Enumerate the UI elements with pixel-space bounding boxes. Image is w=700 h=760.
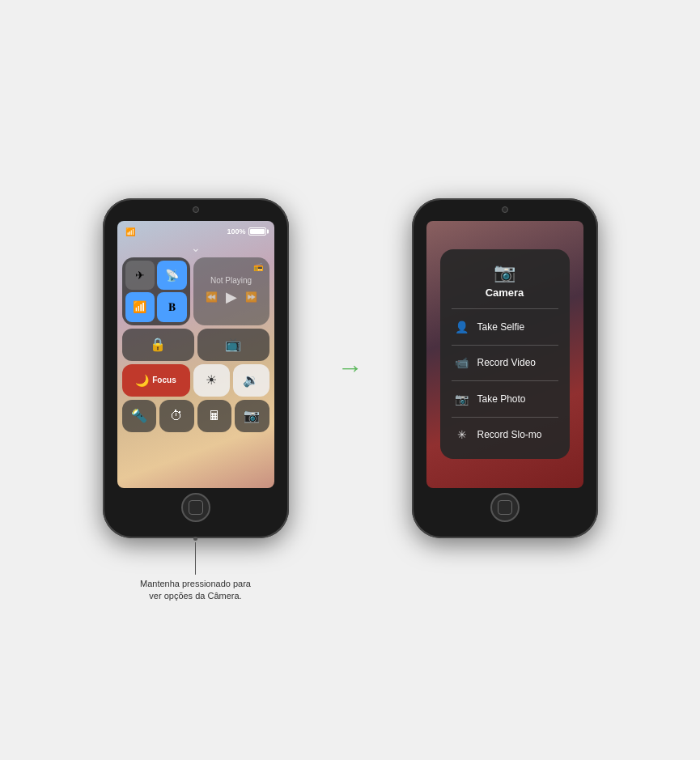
take-selfie-item[interactable]: 👤 Take Selfie — [452, 316, 558, 338]
callout-line — [195, 542, 196, 575]
play-button[interactable]: ▶ — [226, 288, 237, 306]
right-device-screen: 📷 Camera 👤 Take Selfie 📹 Record Video — [426, 221, 583, 488]
airplay-icon[interactable]: 📻 — [253, 262, 263, 271]
screen-rotation-button[interactable]: 🔒 — [122, 329, 194, 361]
selfie-icon: 👤 — [455, 321, 469, 333]
selfie-label: Take Selfie — [477, 321, 525, 333]
battery-area: 100% — [227, 227, 265, 236]
battery-icon — [248, 227, 266, 236]
right-home-inner — [498, 500, 512, 515]
screen-mirror-button[interactable]: 📺 — [197, 329, 269, 361]
airplane-mode-button[interactable]: ✈ — [125, 261, 155, 291]
main-container: 📶 100% ⌄ ✈ — [103, 198, 598, 538]
volume-button[interactable]: 🔉 — [233, 364, 269, 397]
take-photo-item[interactable]: 📷 Take Photo — [452, 388, 558, 410]
bluetooth-button[interactable]: 𝐁 — [157, 292, 187, 322]
camera-button[interactable]: 📷 — [235, 400, 269, 432]
left-device: 📶 100% ⌄ ✈ — [103, 198, 289, 538]
timer-button[interactable]: ⏱ — [159, 400, 194, 432]
camera-menu-title: Camera — [486, 287, 524, 299]
callout-text: Mantenha pressionado paraver opções da C… — [140, 578, 251, 603]
record-video-label: Record Video — [477, 357, 537, 368]
camera-menu-header: 📷 Camera — [486, 262, 524, 299]
airdrop-button[interactable]: 📡 — [157, 261, 187, 291]
control-center-grid: ✈ 📡 📶 𝐁 📻 Not Playing ⏪ ▶ — [122, 257, 269, 483]
left-front-camera — [193, 206, 199, 213]
record-slomo-item[interactable]: ✳ Record Slo-mo — [452, 423, 558, 446]
cc-row-4: 🔦 ⏱ 🖩 📷 — [122, 400, 269, 432]
record-video-icon: 📹 — [455, 356, 469, 369]
take-photo-icon: 📷 — [455, 393, 469, 405]
playback-controls: ⏪ ▶ ⏩ — [206, 288, 257, 306]
fast-forward-button[interactable]: ⏩ — [245, 291, 257, 303]
battery-percentage: 100% — [227, 227, 245, 236]
brightness-button[interactable]: ☀ — [193, 364, 230, 397]
connectivity-block: ✈ 📡 📶 𝐁 — [122, 257, 190, 325]
menu-divider-top — [452, 308, 558, 309]
calculator-button[interactable]: 🖩 — [197, 400, 232, 432]
left-home-button[interactable] — [181, 493, 210, 522]
right-front-camera — [502, 206, 508, 213]
focus-moon-icon: 🌙 — [135, 374, 149, 387]
slomo-icon: ✳ — [455, 428, 469, 441]
arrow-right-icon: → — [337, 353, 363, 383]
now-playing-title: Not Playing — [210, 276, 252, 285]
wifi-status-icon: 📶 — [125, 227, 135, 236]
right-device: 📷 Camera 👤 Take Selfie 📹 Record Video — [412, 198, 598, 538]
wifi-button[interactable]: 📶 — [125, 292, 155, 322]
focus-button[interactable]: 🌙 Focus — [122, 364, 190, 397]
left-device-top — [103, 198, 289, 221]
now-playing-block[interactable]: 📻 Not Playing ⏪ ▶ ⏩ — [193, 257, 269, 325]
battery-fill — [250, 229, 265, 234]
callout-container: Mantenha pressionado paraver opções da C… — [115, 537, 277, 603]
cc-row-3: 🌙 Focus ☀ 🔉 — [122, 364, 269, 397]
rewind-button[interactable]: ⏪ — [206, 291, 218, 303]
control-center-background: 📶 100% ⌄ ✈ — [117, 221, 274, 488]
slomo-label: Record Slo-mo — [477, 429, 542, 440]
left-home-inner — [189, 500, 203, 515]
camera-menu-main-icon: 📷 — [494, 262, 515, 283]
arrow-container: → — [337, 353, 363, 383]
callout-dot — [193, 537, 197, 541]
camera-menu-panel: 📷 Camera 👤 Take Selfie 📹 Record Video — [440, 249, 570, 459]
take-photo-label: Take Photo — [477, 393, 526, 405]
pull-indicator: ⌄ — [122, 241, 269, 254]
focus-label: Focus — [152, 376, 176, 384]
camera-menu-background: 📷 Camera 👤 Take Selfie 📹 Record Video — [426, 221, 583, 488]
cc-row-2: 🔒 📺 — [122, 329, 269, 361]
menu-divider-3 — [452, 417, 558, 418]
right-home-button[interactable] — [490, 493, 520, 522]
right-device-top — [412, 198, 598, 221]
menu-divider-1 — [452, 345, 558, 346]
cc-row-1: ✈ 📡 📶 𝐁 📻 Not Playing ⏪ ▶ — [122, 257, 269, 325]
menu-divider-2 — [452, 380, 558, 381]
record-video-item[interactable]: 📹 Record Video — [452, 351, 558, 374]
left-device-screen: 📶 100% ⌄ ✈ — [117, 221, 274, 488]
status-bar: 📶 100% — [122, 227, 269, 236]
flashlight-button[interactable]: 🔦 — [122, 400, 157, 432]
